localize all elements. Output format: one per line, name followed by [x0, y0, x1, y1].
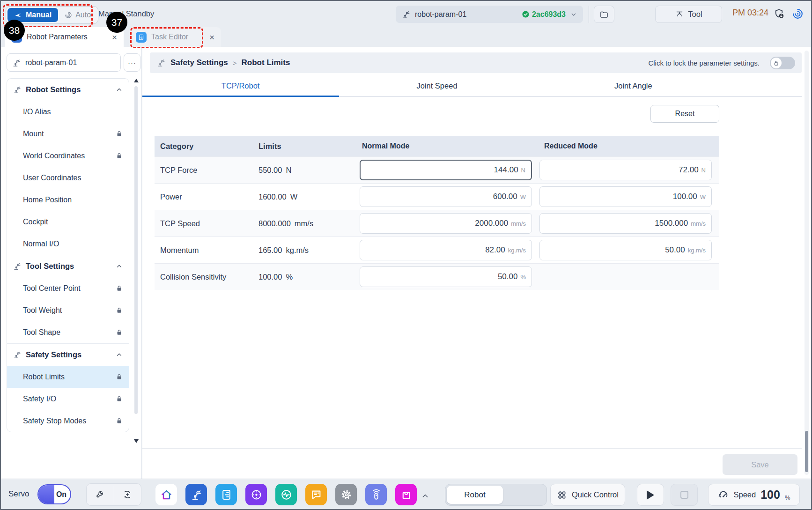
save-button[interactable]: Save: [723, 454, 797, 475]
app-icon-log[interactable]: [305, 484, 327, 505]
app-icon-monitoring[interactable]: [275, 484, 297, 505]
open-file-button[interactable]: [594, 6, 614, 23]
limit-unit: %: [286, 273, 293, 281]
sidebar-item-label: Safety I/O: [23, 395, 56, 403]
app-icon-remote-control[interactable]: [365, 484, 387, 505]
normal-unit: %: [520, 273, 526, 281]
app-icon-home[interactable]: [155, 484, 177, 505]
reduced-value: 100.00: [673, 192, 697, 201]
quick-control-button[interactable]: Quick Control: [550, 484, 625, 506]
col-header-reduced: Reduced Mode: [539, 142, 719, 150]
sidebar-item-normal-i-o[interactable]: Normal I/O: [7, 233, 129, 255]
limit-cell: 165.00 kg.m/s: [258, 246, 360, 255]
sidebar-item-user-coordinates[interactable]: User Coordinates: [7, 167, 129, 189]
sidebar-item-i-o-alias[interactable]: I/O Alias: [7, 101, 129, 123]
sidebar-item-safety-stop-modes[interactable]: Safety Stop Modes: [7, 410, 129, 432]
param-name-input[interactable]: robot-param-01: [7, 53, 121, 72]
app-icon-store[interactable]: [395, 484, 417, 505]
tool-label: Tool: [688, 10, 702, 19]
normal-mode-input[interactable]: 2000.000 mm/s: [360, 213, 532, 234]
normal-unit: N: [521, 167, 525, 174]
servo-toggle[interactable]: On: [37, 484, 71, 504]
parameter-lock-toggle[interactable]: [770, 57, 795, 69]
sidebar-item-tool-shape[interactable]: Tool Shape: [7, 321, 129, 343]
speed-control-button[interactable]: Speed 100 %: [708, 484, 800, 506]
normal-mode-input[interactable]: 50.00 %: [360, 266, 532, 287]
sidebar-item-tool-weight[interactable]: Tool Weight: [7, 299, 129, 321]
section-title: Robot Settings: [26, 85, 81, 94]
normal-mode-input[interactable]: 600.00 W: [360, 186, 532, 207]
sidebar-scrollbar[interactable]: [134, 86, 138, 414]
app-window: Manual Auto Manual Standby robot-param-0…: [0, 0, 812, 510]
section-items: Tool Center Point Tool Weight Tool Shape: [7, 277, 129, 343]
normal-mode-input[interactable]: 144.00 N: [360, 160, 532, 180]
speed-value: 100: [760, 488, 780, 502]
wrench-button[interactable]: [87, 484, 114, 505]
col-header-normal: Normal Mode: [360, 142, 539, 150]
normal-mode-input[interactable]: 82.00 kg.m/s: [360, 240, 532, 260]
robot-mode-switch[interactable]: Robot: [445, 484, 547, 506]
close-icon[interactable]: ×: [112, 33, 117, 42]
sidebar-item-world-coordinates[interactable]: World Coordinates: [7, 145, 129, 167]
reduced-mode-cell: 100.00 W: [539, 186, 719, 207]
section-items: I/O Alias Mount World Coordinates User C…: [7, 101, 129, 255]
limit-unit: mm/s: [295, 219, 313, 228]
chevron-up-icon[interactable]: [115, 351, 123, 359]
sidebar-item-tool-center-point[interactable]: Tool Center Point: [7, 277, 129, 299]
sidebar-section-header[interactable]: Tool Settings: [7, 255, 129, 277]
app-icon-robot[interactable]: [185, 484, 207, 505]
sidebar-section-header[interactable]: Safety Settings: [7, 344, 129, 366]
speed-unit: %: [785, 494, 790, 501]
limit-value: 8000.000: [258, 219, 291, 228]
stop-button[interactable]: [671, 484, 698, 506]
app-icon-jog[interactable]: [245, 484, 267, 505]
lock-icon: [115, 284, 123, 292]
reduced-value: 72.00: [679, 165, 699, 175]
scrollbar-thumb[interactable]: [805, 431, 808, 472]
limit-cell: 8000.000 mm/s: [258, 219, 360, 228]
chevron-up-icon[interactable]: [115, 262, 123, 270]
sidebar-item-cockpit[interactable]: Cockpit: [7, 211, 129, 233]
tab-joint-angle[interactable]: Joint Angle: [535, 75, 731, 96]
sidebar-item-home-position[interactable]: Home Position: [7, 189, 129, 211]
sync-swirl-icon[interactable]: [792, 8, 804, 20]
reduced-unit: W: [700, 193, 706, 200]
normal-unit: mm/s: [511, 220, 526, 227]
sidebar-item-label: World Coordinates: [23, 152, 85, 160]
sidebar-item-label: Cockpit: [23, 218, 48, 226]
app-icon-settings[interactable]: [335, 484, 357, 505]
servo-state: On: [52, 485, 70, 503]
tab-label: Robot Parameters: [27, 33, 88, 41]
breadcrumb-parent[interactable]: Safety Settings: [170, 58, 228, 67]
sidebar-item-safety-i-o[interactable]: Safety I/O: [7, 388, 129, 410]
reset-button[interactable]: Reset: [650, 105, 719, 123]
more-options-button[interactable]: ···: [124, 53, 140, 72]
tab-tcp-robot[interactable]: TCP/Robot: [142, 75, 339, 96]
chevron-up-icon[interactable]: [421, 491, 430, 501]
normal-mode-cell: 600.00 W: [360, 186, 539, 207]
play-button[interactable]: [637, 484, 664, 506]
move-rotate-button[interactable]: [114, 484, 141, 505]
reduced-mode-input[interactable]: 50.00 kg.m/s: [539, 240, 712, 260]
close-icon[interactable]: ×: [209, 33, 214, 42]
sidebar-item-mount[interactable]: Mount: [7, 123, 129, 145]
scroll-up-arrow-icon[interactable]: [134, 79, 139, 82]
lock-icon: [115, 373, 123, 381]
limit-unit: kg.m/s: [286, 246, 309, 255]
reduced-mode-input[interactable]: 72.00 N: [539, 160, 712, 180]
reduced-value: 50.00: [665, 245, 685, 255]
chevron-up-icon[interactable]: [115, 86, 123, 94]
chevron-down-icon[interactable]: [570, 11, 577, 18]
robot-mode-label[interactable]: Robot: [447, 486, 503, 504]
reduced-mode-input[interactable]: 100.00 W: [539, 186, 712, 207]
sidebar-section-header[interactable]: Robot Settings: [7, 79, 129, 101]
scroll-down-arrow-icon[interactable]: [134, 439, 139, 443]
shield-lock-icon[interactable]: [774, 8, 785, 20]
main-scrollbar[interactable]: [805, 51, 809, 475]
app-icon-task-editor[interactable]: [215, 484, 237, 505]
sidebar-item-robot-limits[interactable]: Robot Limits: [7, 366, 129, 388]
tab-joint-speed[interactable]: Joint Speed: [339, 75, 535, 96]
reduced-mode-input[interactable]: 1500.000 mm/s: [539, 213, 712, 234]
tool-button[interactable]: Tool: [655, 6, 722, 23]
active-param-selector[interactable]: robot-param-01 2ac693d3: [396, 6, 583, 23]
